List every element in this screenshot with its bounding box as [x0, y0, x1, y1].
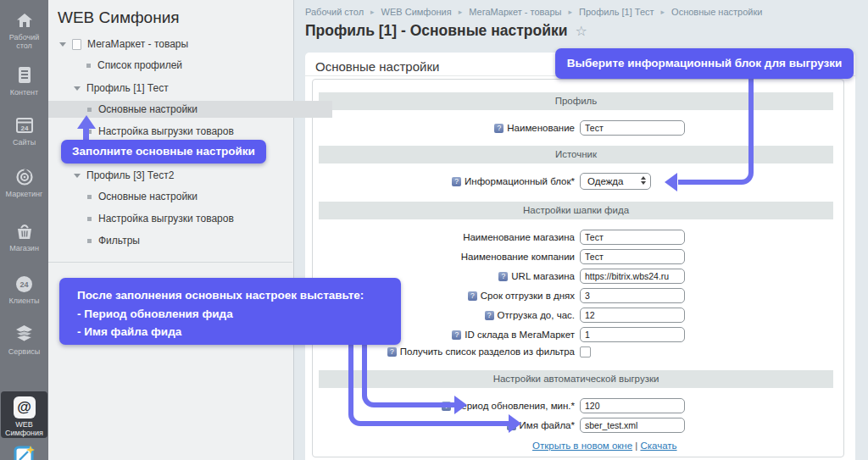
breadcrumb-item[interactable]: WEB Симфония: [381, 7, 452, 17]
bullet-icon: [87, 239, 92, 243]
basket-icon: [14, 222, 35, 241]
arrow-to-main-settings: [83, 128, 89, 141]
sidebar-item-web-symphony[interactable]: @ WEB Симфония: [1, 391, 47, 438]
chevron-down-icon[interactable]: [59, 42, 66, 47]
callout-after-settings: После заполнения основных настроек выста…: [59, 278, 401, 345]
chevron-right-icon: ▸: [370, 8, 375, 16]
sidebar-item-shop[interactable]: Магазин: [0, 222, 48, 252]
callout-choose-iblock: Выберите информационный блок для выгрузк…: [555, 48, 854, 79]
chevron-right-icon: ▸: [568, 8, 572, 16]
svg-text:24: 24: [19, 280, 28, 289]
module-tree-panel: WEB Симфония МегаМаркет - товары Список …: [48, 0, 294, 460]
shipping-days-field[interactable]: [580, 288, 685, 303]
update-period-field[interactable]: [580, 398, 685, 413]
layers-icon: [14, 324, 35, 345]
at-sign-icon: @: [14, 396, 36, 418]
svg-text:24: 24: [20, 125, 28, 132]
target-icon: [14, 167, 35, 187]
sidebar-item-services[interactable]: Сервисы: [0, 324, 48, 356]
chevron-right-icon: ▸: [661, 8, 665, 16]
form-row-name: ?Наименование: [319, 120, 833, 136]
tree-item-megamarket[interactable]: МегаМаркет - товары: [48, 37, 304, 51]
breadcrumb-item[interactable]: Профиль [1] Тест: [579, 7, 654, 17]
shop-name-field[interactable]: [580, 230, 685, 245]
page-title-row: Профиль [1] - Основные настройки ☆: [305, 22, 587, 40]
sidebar-item-content[interactable]: Контент: [0, 65, 48, 97]
section-header-source: Источник: [319, 146, 833, 163]
tree-item-main-settings-2[interactable]: Основные настройки: [48, 190, 332, 203]
section-header-profile: Профиль: [319, 92, 833, 110]
help-icon[interactable]: ?: [452, 330, 461, 340]
tree-title: WEB Симфония: [58, 8, 180, 27]
chevron-down-icon[interactable]: [74, 174, 81, 178]
feed-links: Открыть в новом окне | Скачать: [532, 441, 833, 451]
breadcrumb-item[interactable]: МегаМаркет - товары: [469, 7, 561, 17]
file-name-field[interactable]: [580, 418, 685, 433]
help-icon[interactable]: ?: [452, 177, 461, 186]
select-stepper-icon: [641, 176, 646, 185]
bullet-icon: [86, 64, 91, 68]
arrow-to-iblock-select: [678, 79, 754, 185]
section-header-feed-head: Настройки шапки фида: [319, 202, 833, 219]
open-in-new-window-link[interactable]: Открыть в новом окне: [532, 441, 632, 451]
tree-item-export-settings-2[interactable]: Настройка выгрузки товаров: [48, 212, 332, 225]
help-icon[interactable]: ?: [485, 311, 494, 320]
company-name-field[interactable]: [580, 249, 685, 264]
form-row-iblock: ?Информационный блок* Одежда: [319, 173, 833, 190]
circle-24-icon: 24: [14, 274, 34, 294]
callout-fill-main-settings: Заполните основные настройки: [61, 140, 266, 163]
tree-item-profile-1[interactable]: Профиль [1] Тест: [48, 81, 319, 95]
sidebar-item-clients[interactable]: 24 Клиенты: [0, 274, 48, 305]
download-link[interactable]: Скачать: [640, 441, 676, 451]
name-field[interactable]: [580, 120, 685, 136]
tree-item-profile-list[interactable]: Список профилей: [48, 58, 331, 72]
bullet-icon: [87, 217, 92, 221]
document-icon: [15, 65, 34, 86]
help-icon[interactable]: ?: [498, 272, 508, 281]
breadcrumb-item[interactable]: Основные настройки: [671, 7, 762, 17]
iblock-select[interactable]: Одежда: [580, 173, 651, 190]
form-row-company-name: Наименование компании: [319, 249, 833, 264]
bullet-icon: [87, 108, 92, 112]
tree-item-profile-3[interactable]: Профиль [3] Тест2: [48, 169, 319, 182]
shop-url-field[interactable]: [580, 269, 685, 284]
wand-star-icon: [13, 444, 36, 460]
arrow-to-file-name: [348, 341, 509, 426]
breadcrumb-item[interactable]: Рабочий стол: [305, 7, 364, 17]
tree-item-filters[interactable]: Фильтры: [48, 234, 332, 247]
warehouse-id-field[interactable]: [580, 327, 685, 342]
sidebar-item-sites[interactable]: 24 Сайты: [0, 116, 48, 147]
shipping-until-field[interactable]: [580, 308, 685, 323]
help-icon[interactable]: ?: [468, 291, 477, 301]
breadcrumb: Рабочий стол▸ WEB Симфония▸ МегаМаркет -…: [305, 7, 762, 17]
browser-window-icon: 24: [14, 116, 35, 136]
arrow-head-left-icon: [665, 173, 677, 191]
sidebar-item-desktop[interactable]: Рабочий стол: [0, 10, 48, 50]
bullet-icon: [87, 195, 92, 199]
app-sidebar: Рабочий стол Контент 24 Сайты Маркетинг: [0, 0, 48, 460]
sidebar-item-configure[interactable]: [0, 444, 48, 460]
tree-divider: [48, 262, 292, 263]
favorite-star-icon[interactable]: ☆: [575, 23, 587, 39]
sidebar-item-marketing[interactable]: Маркетинг: [0, 167, 48, 198]
home-icon: [14, 10, 35, 30]
arrow-head-up-icon: [77, 115, 96, 129]
chevron-down-icon[interactable]: [74, 86, 81, 91]
help-icon[interactable]: ?: [494, 124, 504, 133]
tab-main-settings[interactable]: Основные настройки: [315, 59, 439, 74]
chevron-right-icon: ▸: [459, 8, 463, 16]
document-icon: [72, 39, 81, 50]
form-row-shop-name: Наименование магазина: [319, 230, 833, 245]
sections-from-filter-checkbox[interactable]: [580, 346, 591, 357]
page-title: Профиль [1] - Основные настройки: [305, 22, 567, 40]
arrow-head-right-icon: [509, 414, 521, 433]
